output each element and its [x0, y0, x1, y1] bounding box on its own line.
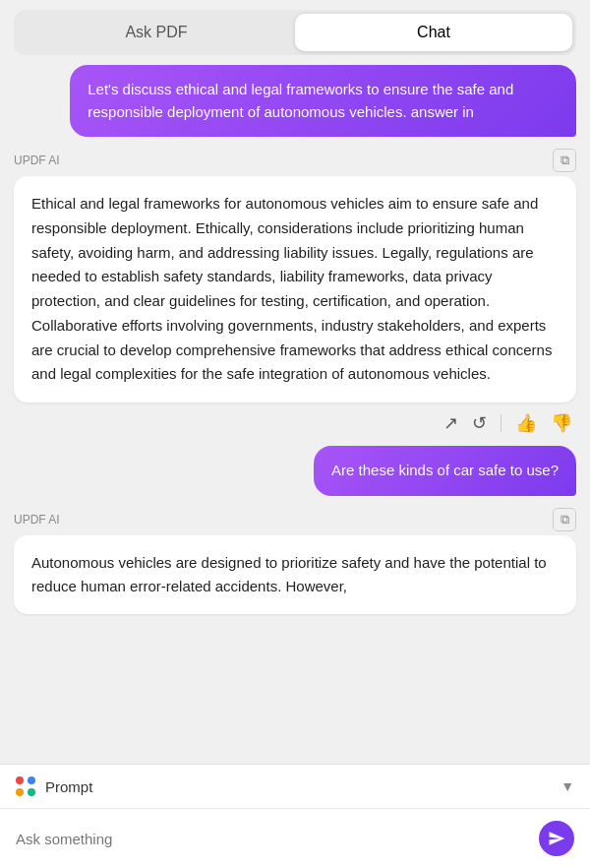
thumbup-icon[interactable]: 👍	[515, 412, 537, 434]
ai-label-text-1: UPDF AI	[14, 154, 60, 167]
user-message-1: Let's discuss ethical and legal framewor…	[70, 65, 576, 137]
copy-button-1[interactable]: ⧉	[553, 149, 576, 172]
dot-red	[16, 776, 24, 784]
tab-bar: Ask PDF Chat	[14, 10, 576, 55]
dot-blue	[28, 776, 35, 784]
dot-green	[28, 788, 35, 796]
ai-response-2: Autonomous vehicles are designed to prio…	[14, 535, 576, 614]
ai-actions-1: ↗ ↺ 👍 👎	[14, 406, 576, 434]
ai-label-2: UPDF AI ⧉	[14, 508, 576, 531]
tab-ask-pdf[interactable]: Ask PDF	[18, 14, 295, 51]
copy-icon-1: ⧉	[560, 153, 569, 168]
user-message-2: Are these kinds of car safe to use?	[314, 446, 576, 496]
send-icon	[548, 830, 565, 847]
ai-block-2: UPDF AI ⧉ Autonomous vehicles are design…	[14, 508, 576, 614]
export-icon[interactable]: ↗	[443, 412, 458, 434]
ask-input[interactable]	[16, 831, 529, 847]
ai-label-text-2: UPDF AI	[14, 513, 60, 527]
ai-block-1: UPDF AI ⧉ Ethical and legal frameworks f…	[14, 149, 576, 434]
ai-response-1: Ethical and legal frameworks for autonom…	[14, 176, 576, 403]
dot-yellow	[16, 788, 24, 796]
chevron-down-icon: ▼	[560, 778, 574, 794]
refresh-icon[interactable]: ↺	[472, 412, 487, 434]
prompt-dots	[16, 776, 35, 796]
thumbdown-icon[interactable]: 👎	[551, 412, 572, 434]
ai-label-1: UPDF AI ⧉	[14, 149, 576, 172]
prompt-label: Prompt	[45, 778, 551, 795]
copy-button-2[interactable]: ⧉	[553, 508, 576, 531]
send-button[interactable]	[539, 821, 574, 856]
input-row	[0, 809, 590, 868]
prompt-bar[interactable]: Prompt ▼	[0, 765, 590, 809]
chat-area: Let's discuss ethical and legal framewor…	[0, 65, 590, 764]
tab-chat[interactable]: Chat	[295, 14, 572, 51]
action-divider	[501, 414, 502, 432]
copy-icon-2: ⧉	[560, 512, 569, 527]
prompt-section: Prompt ▼	[0, 764, 590, 868]
